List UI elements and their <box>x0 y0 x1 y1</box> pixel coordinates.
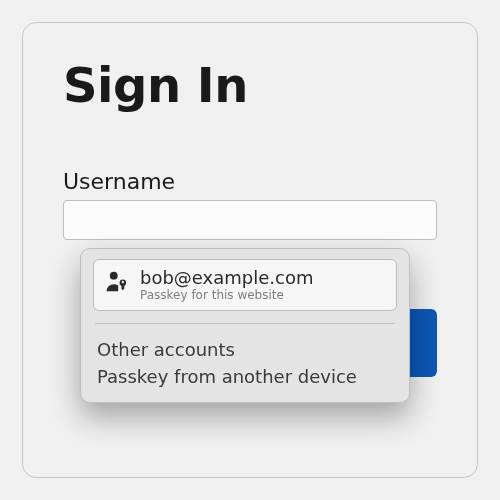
divider <box>95 323 395 324</box>
passkey-account-subtitle: Passkey for this website <box>140 289 314 302</box>
page-title: Sign In <box>63 57 437 113</box>
username-input[interactable] <box>63 200 437 240</box>
passkey-another-device-option[interactable]: Passkey from another device <box>93 363 397 390</box>
svg-point-0 <box>110 272 118 280</box>
other-accounts-option[interactable]: Other accounts <box>93 336 397 363</box>
svg-point-2 <box>122 281 124 283</box>
passkey-account-name: bob@example.com <box>140 268 314 288</box>
passkey-account-item[interactable]: bob@example.com Passkey for this website <box>93 259 397 311</box>
username-label: Username <box>63 169 437 194</box>
passkey-autofill-popup: bob@example.com Passkey for this website… <box>80 248 410 403</box>
passkey-icon <box>104 269 130 299</box>
